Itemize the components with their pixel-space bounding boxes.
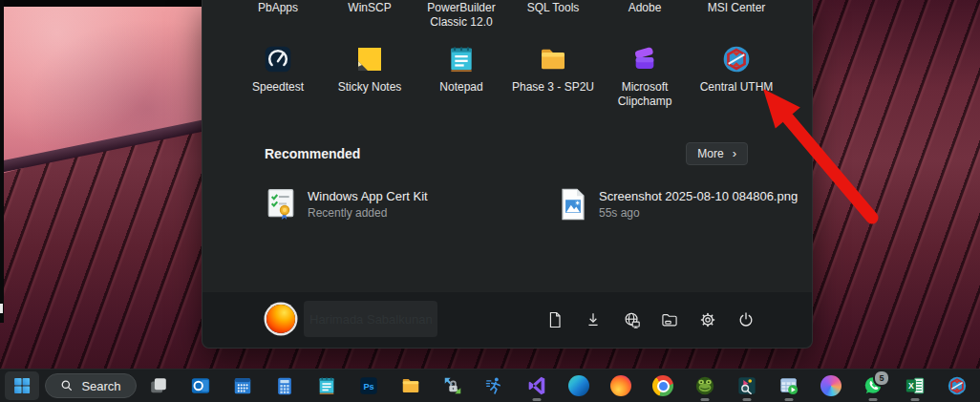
calculator-icon xyxy=(274,375,295,396)
chrome-icon xyxy=(652,375,673,396)
pinned-app-central-uthm[interactable]: Central UTHM xyxy=(691,42,782,109)
notepad-icon xyxy=(446,42,477,76)
start-button[interactable] xyxy=(5,371,39,400)
file-explorer-button[interactable] xyxy=(654,305,685,335)
running-indicator xyxy=(533,398,542,401)
user-avatar xyxy=(266,305,295,333)
power-button[interactable] xyxy=(731,305,761,335)
task-view-icon xyxy=(148,375,169,396)
running-indicator xyxy=(743,398,752,401)
database-table-play-icon xyxy=(778,375,799,396)
taskbar-calendar-button[interactable] xyxy=(231,371,254,400)
toad-frog-icon xyxy=(694,375,715,396)
running-indicator xyxy=(869,398,878,401)
pinned-app-speedtest[interactable]: Speedtest xyxy=(232,42,324,109)
edge-icon xyxy=(568,375,589,396)
pinned-app-label: Notepad xyxy=(439,80,482,95)
svg-text:Ps: Ps xyxy=(363,382,373,391)
pinned-app-powerbuilder[interactable]: PowerBuilder Classic 12.0 xyxy=(415,1,507,30)
whatsapp-notification-badge: 5 xyxy=(873,370,890,387)
footer-shortcuts xyxy=(540,305,761,335)
documents-button[interactable] xyxy=(540,305,570,335)
recommended-item-cert-kit[interactable]: Windows App Cert Kit Recently added xyxy=(260,181,553,227)
screen-edge-top xyxy=(0,0,203,7)
pinned-app-adobe[interactable]: Adobe xyxy=(599,1,691,30)
chrome-icon-center xyxy=(657,380,670,392)
recommended-item-subtitle: 55s ago xyxy=(599,206,798,221)
speedtest-icon xyxy=(263,42,293,76)
pinned-app-label: Speedtest xyxy=(252,80,304,95)
central-uthm-icon xyxy=(947,375,968,396)
taskbar-outlook-button[interactable] xyxy=(189,371,212,400)
pinned-app-label: WinSCP xyxy=(348,1,391,15)
clipchamp-icon xyxy=(629,42,660,76)
outlook-icon xyxy=(190,375,211,396)
excel-icon: X xyxy=(905,375,926,396)
search-button[interactable]: Search xyxy=(45,373,137,398)
pinned-app-sql-tools[interactable]: SQL Tools xyxy=(507,1,599,30)
taskbar-calculator-button[interactable] xyxy=(273,371,296,400)
pinned-apps-row-1: PbApps WinSCP PowerBuilder Classic 12.0 … xyxy=(232,1,782,30)
pinned-app-msi-center[interactable]: MSI Center xyxy=(691,1,782,30)
globe-network-icon xyxy=(622,310,642,330)
taskbar-sql-navigator-button[interactable] xyxy=(735,371,758,400)
taskbar-notepad-button[interactable] xyxy=(315,371,338,400)
visual-studio-icon xyxy=(526,375,547,396)
taskbar-chrome-button[interactable] xyxy=(651,371,674,400)
recommended-items: Windows App Cert Kit Recently added Scre… xyxy=(260,181,846,227)
taskbar-winscp-button[interactable] xyxy=(441,371,464,400)
taskbar-database-query-button[interactable] xyxy=(778,371,800,400)
taskbar-central-uthm-button[interactable] xyxy=(946,371,969,400)
svg-text:X: X xyxy=(908,381,914,391)
taskbar-copilot-button[interactable] xyxy=(820,371,842,400)
central-uthm-icon xyxy=(721,42,752,76)
pinned-app-label: Phase 3 - SP2U xyxy=(512,80,594,95)
start-menu-footer: Harimada Sabalkunan xyxy=(202,291,812,348)
pinned-app-label: MSI Center xyxy=(708,1,766,15)
running-indicator xyxy=(785,398,794,401)
taskbar-photoshop-button[interactable]: Ps xyxy=(357,371,380,400)
taskbar-run-app-button[interactable] xyxy=(483,371,506,400)
search-icon xyxy=(60,379,74,392)
pinned-app-pbapps[interactable]: PbApps xyxy=(232,1,324,30)
pinned-app-label: Central UTHM xyxy=(700,80,774,95)
pinned-app-clipchamp[interactable]: Microsoft Clipchamp xyxy=(599,42,691,109)
taskbar: Search Ps xyxy=(0,369,980,402)
running-indicator xyxy=(911,398,920,401)
taskbar-file-explorer-button[interactable] xyxy=(399,371,422,400)
taskbar-firefox-button[interactable] xyxy=(609,371,632,400)
folder-icon xyxy=(400,375,421,396)
taskbar-toad-button[interactable] xyxy=(693,371,716,400)
pinned-app-label: Adobe xyxy=(628,1,662,15)
sticky-notes-icon xyxy=(354,42,385,76)
desktop-icon-sliver xyxy=(0,304,3,313)
downloads-button[interactable] xyxy=(578,305,608,335)
network-button[interactable] xyxy=(616,305,647,335)
running-man-icon xyxy=(484,375,505,396)
pinned-app-label: Sticky Notes xyxy=(338,80,402,95)
user-name: Harimada Sabalkunan xyxy=(309,312,433,327)
settings-button[interactable] xyxy=(692,305,723,335)
photoshop-icon: Ps xyxy=(358,375,379,396)
power-icon xyxy=(736,310,756,329)
pinned-app-label: PowerBuilder Classic 12.0 xyxy=(417,1,505,30)
taskbar-edge-button[interactable] xyxy=(567,371,590,400)
windows-logo-icon xyxy=(12,376,32,395)
pinned-app-sticky-notes[interactable]: Sticky Notes xyxy=(324,42,415,109)
pinned-folder-phase3[interactable]: Phase 3 - SP2U xyxy=(507,42,599,109)
search-label: Search xyxy=(81,379,120,393)
taskbar-visual-studio-button[interactable] xyxy=(525,371,548,400)
more-button[interactable]: More › xyxy=(686,142,748,165)
folder-icon xyxy=(538,42,568,76)
pinned-app-label: SQL Tools xyxy=(527,1,580,15)
recommended-item-screenshot[interactable]: Screenshot 2025-08-10 084806.png 55s ago xyxy=(553,181,846,227)
download-icon xyxy=(584,310,603,329)
certificate-icon xyxy=(266,187,296,222)
user-profile-button[interactable]: Harimada Sabalkunan xyxy=(260,298,441,342)
taskbar-whatsapp-button[interactable]: 5 xyxy=(862,371,884,400)
taskbar-task-view-button[interactable] xyxy=(147,371,170,400)
firefox-icon xyxy=(610,375,631,396)
pinned-app-notepad[interactable]: Notepad xyxy=(415,42,507,109)
taskbar-excel-button[interactable]: X xyxy=(904,371,927,400)
pinned-app-winscp[interactable]: WinSCP xyxy=(324,1,415,30)
